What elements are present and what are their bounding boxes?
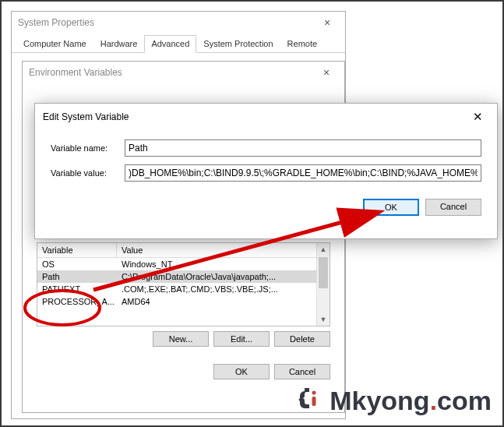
svg-point-3 <box>312 391 316 395</box>
scroll-down-icon[interactable]: ▼ <box>317 313 330 326</box>
tab-advanced[interactable]: Advanced <box>144 35 196 53</box>
tab-strip: Computer Name Hardware Advanced System P… <box>12 34 345 53</box>
ok-button[interactable]: OK <box>213 364 270 379</box>
column-value[interactable]: Value <box>117 243 330 257</box>
bracket-icon <box>297 383 325 418</box>
var-value-cell: AMD64 <box>117 295 330 308</box>
table-row[interactable]: Path C:\ProgramData\Oracle\Java\javapath… <box>37 270 330 283</box>
new-button[interactable]: New... <box>153 331 209 347</box>
table-row[interactable]: PROCESSOR_A... AMD64 <box>37 295 330 308</box>
var-name-cell: PROCESSOR_A... <box>37 295 117 308</box>
var-value-cell: .COM;.EXE;.BAT;.CMD;.VBS;.VBE;.JS;... <box>117 283 330 295</box>
variable-value-input[interactable] <box>125 164 481 182</box>
system-properties-title: System Properties <box>18 17 94 28</box>
close-icon[interactable]: ✕ <box>466 110 489 124</box>
edit-dlg-titlebar: Edit System Variable ✕ <box>35 104 497 130</box>
scroll-up-icon[interactable]: ▲ <box>317 243 330 256</box>
var-value-cell: C:\ProgramData\Oracle\Java\javapath;... <box>117 270 330 283</box>
scroll-thumb[interactable] <box>319 257 328 288</box>
tab-remote[interactable]: Remote <box>280 35 325 52</box>
close-icon[interactable]: × <box>315 66 338 79</box>
cancel-button[interactable]: Cancel <box>425 199 481 216</box>
tab-hardware[interactable]: Hardware <box>93 35 145 52</box>
delete-button[interactable]: Delete <box>274 331 330 347</box>
close-icon[interactable]: × <box>315 16 339 29</box>
variable-name-label: Variable name: <box>51 143 125 153</box>
env-vars-title: Environment Variables <box>29 67 122 78</box>
list-headers: Variable Value <box>37 243 330 258</box>
svg-rect-4 <box>312 397 316 406</box>
system-variables-list[interactable]: Variable Value OS Windows_NT Path C:\Pro… <box>37 242 330 326</box>
table-row[interactable]: OS Windows_NT <box>37 258 330 270</box>
var-value-cell: Windows_NT <box>117 258 330 270</box>
tab-computer-name[interactable]: Computer Name <box>16 35 93 52</box>
ok-button[interactable]: OK <box>363 199 419 216</box>
watermark-dot: . <box>430 386 437 416</box>
variable-name-input[interactable] <box>125 139 481 157</box>
watermark-text-2: com <box>437 386 492 416</box>
edit-dlg-title: Edit System Variable <box>43 111 129 122</box>
var-name-cell: OS <box>37 258 117 270</box>
variable-value-label: Variable value: <box>51 168 125 178</box>
cancel-button[interactable]: Cancel <box>274 364 330 379</box>
tab-system-protection[interactable]: System Protection <box>196 35 280 52</box>
watermark-text-1: Mkyong <box>330 386 429 416</box>
var-name-cell: PATHEXT <box>37 283 117 295</box>
watermark-logo: Mkyong.com <box>297 383 492 418</box>
scrollbar[interactable]: ▲ ▼ <box>316 243 330 326</box>
var-name-cell: Path <box>37 270 117 283</box>
edit-system-variable-dialog: Edit System Variable ✕ Variable name: Va… <box>34 103 498 239</box>
column-variable[interactable]: Variable <box>37 243 117 257</box>
env-vars-titlebar: Environment Variables × <box>23 62 344 83</box>
system-properties-titlebar: System Properties × <box>12 12 345 34</box>
edit-button[interactable]: Edit... <box>213 331 270 347</box>
table-row[interactable]: PATHEXT .COM;.EXE;.BAT;.CMD;.VBS;.VBE;.J… <box>37 283 330 295</box>
